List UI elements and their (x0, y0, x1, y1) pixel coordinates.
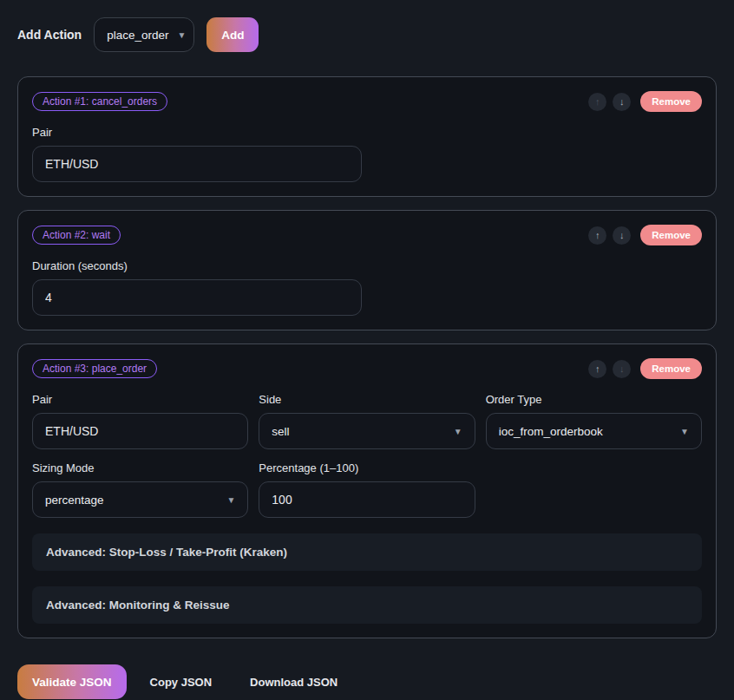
chevron-down-icon: ▼ (226, 495, 235, 505)
add-action-toolbar: Add Action place_order ▼ Add (17, 17, 717, 52)
action-card-3-header: Action #3: place_order ↑ ↓ Remove (32, 358, 702, 379)
action-2-controls: ↑ ↓ Remove (588, 225, 702, 245)
sizing-mode-selected-value: percentage (45, 494, 104, 507)
arrow-up-icon: ↑ (595, 230, 600, 240)
duration-label: Duration (seconds) (32, 259, 362, 272)
order-type-select[interactable]: ioc_from_orderbook ▼ (486, 413, 702, 449)
action-1-badge: Action #1: cancel_orders (32, 92, 167, 111)
action-3-badge: Action #3: place_order (32, 359, 157, 378)
action-card-1: Action #1: cancel_orders ↑ ↓ Remove Pair (17, 76, 717, 197)
order-type-selected-value: ioc_from_orderbook (499, 425, 603, 438)
move-up-button[interactable]: ↑ (588, 226, 606, 245)
validate-json-button[interactable]: Validate JSON (17, 664, 127, 699)
move-down-button[interactable]: ↓ (613, 226, 631, 245)
move-up-button[interactable]: ↑ (588, 360, 606, 378)
arrow-down-icon: ↓ (619, 96, 625, 107)
percentage-input[interactable] (259, 481, 475, 518)
sizing-mode-select[interactable]: percentage ▼ (32, 481, 248, 518)
sizing-mode-label: Sizing Mode (32, 461, 248, 474)
remove-button[interactable]: Remove (640, 358, 702, 379)
pair-field: Pair (32, 126, 362, 182)
sizing-mode-field: Sizing Mode percentage ▼ (32, 461, 248, 518)
side-select[interactable]: sell ▼ (259, 413, 475, 449)
duration-field: Duration (seconds) (32, 259, 362, 316)
arrow-up-icon: ↑ (595, 363, 600, 374)
duration-input[interactable] (32, 279, 362, 316)
pair-field: Pair (32, 393, 248, 449)
add-button[interactable]: Add (206, 17, 259, 52)
order-type-field: Order Type ioc_from_orderbook ▼ (486, 393, 702, 449)
add-action-label: Add Action (17, 28, 82, 42)
action-card-2-header: Action #2: wait ↑ ↓ Remove (32, 225, 702, 245)
arrow-down-icon: ↓ (619, 363, 625, 374)
move-down-button[interactable]: ↓ (613, 360, 631, 378)
percentage-label: Percentage (1–100) (259, 461, 475, 474)
percentage-field: Percentage (1–100) (259, 461, 475, 518)
pair-input[interactable] (32, 413, 248, 449)
download-json-button[interactable]: Download JSON (235, 667, 352, 697)
action-1-controls: ↑ ↓ Remove (588, 91, 702, 112)
remove-button[interactable]: Remove (640, 91, 702, 112)
action-type-select[interactable]: place_order ▼ (94, 17, 194, 52)
side-selected-value: sell (272, 425, 289, 438)
pair-label: Pair (32, 393, 248, 406)
arrow-up-icon: ↑ (595, 96, 600, 107)
side-label: Side (259, 393, 475, 406)
advanced-monitoring-section[interactable]: Advanced: Monitoring & Reissue (32, 586, 702, 624)
action-2-badge: Action #2: wait (32, 226, 121, 245)
action-card-3: Action #3: place_order ↑ ↓ Remove Pair S… (17, 343, 717, 638)
action-3-controls: ↑ ↓ Remove (588, 358, 702, 379)
copy-json-button[interactable]: Copy JSON (135, 667, 227, 697)
chevron-down-icon: ▼ (177, 30, 186, 40)
arrow-down-icon: ↓ (619, 230, 625, 240)
move-down-button[interactable]: ↓ (613, 93, 631, 111)
side-field: Side sell ▼ (259, 393, 475, 449)
move-up-button[interactable]: ↑ (588, 93, 606, 111)
footer-actions: Validate JSON Copy JSON Download JSON (17, 664, 717, 699)
action-card-2: Action #2: wait ↑ ↓ Remove Duration (sec… (17, 210, 717, 330)
advanced-stop-loss-section[interactable]: Advanced: Stop-Loss / Take-Profit (Krake… (32, 533, 702, 571)
chevron-down-icon: ▼ (680, 427, 689, 436)
action-type-selected-value: place_order (107, 29, 168, 42)
pair-input[interactable] (32, 146, 362, 182)
remove-button[interactable]: Remove (640, 225, 702, 245)
chevron-down-icon: ▼ (454, 427, 462, 436)
order-type-label: Order Type (486, 393, 702, 406)
pair-label: Pair (32, 126, 362, 139)
action-card-1-header: Action #1: cancel_orders ↑ ↓ Remove (32, 91, 702, 112)
